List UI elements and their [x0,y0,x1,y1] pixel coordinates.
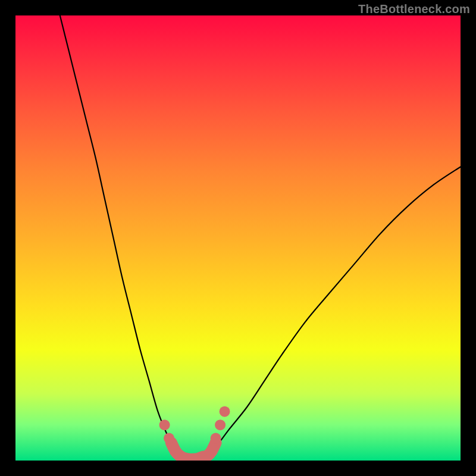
marker-dots-group [159,406,230,444]
marker-dot [220,406,230,417]
marker-dot [211,433,221,444]
marker-dot [164,433,174,444]
optimal-zone-marker [171,443,216,459]
chart-area [15,15,461,461]
attribution-text: TheBottleneck.com [358,2,470,16]
chart-svg [15,15,461,461]
marker-dot [215,419,226,430]
marker-dot [159,419,170,430]
curve-right-branch [171,167,461,459]
curve-left-branch [60,15,216,459]
